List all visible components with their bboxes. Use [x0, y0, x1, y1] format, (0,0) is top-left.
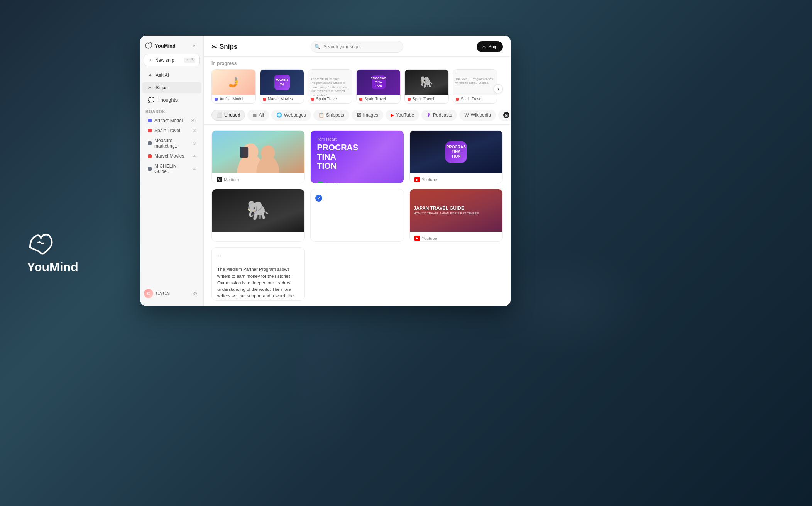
spain-travel-count: 3 [193, 128, 196, 133]
sidebar-snips-label: Snips [156, 85, 167, 90]
filter-tab-images[interactable]: 🖼 Images [352, 110, 383, 121]
measure-marketing-count: 3 [193, 141, 196, 146]
progress-card-wwdc[interactable]: WWDC24 Marvel Movies [260, 69, 304, 104]
card-elephant-img: 🐘 [212, 189, 304, 232]
wikipedia-tab-icon: W [464, 112, 469, 118]
card-elephant[interactable]: 🐘 [211, 189, 305, 242]
progress-card-wwdc-footer: Marvel Movies [260, 95, 304, 103]
japan-title-overlay: JAPAN TRAVEL GUIDE [414, 205, 464, 211]
sidebar-board-artifact-model[interactable]: Artifact Model 39 [142, 116, 201, 125]
quote-text: The Medium Partner Program allows writer… [217, 266, 299, 301]
snippets-tab-icon: 📋 [318, 112, 324, 118]
snip-button[interactable]: ✂ Snip [477, 41, 503, 52]
medium-tab-icon: M [503, 112, 509, 118]
user-name: CaiCai [156, 291, 170, 296]
card-wwdc-img: PROCRASTINATION [410, 131, 502, 173]
sidebar-item-ask-ai[interactable]: ✦ Ask AI [142, 70, 201, 81]
card-wwdc[interactable]: PROCRASTINATION ▶ Youtube WWDC 2024 Reca… [409, 130, 503, 183]
progress-card-elephant[interactable]: 🐘 Spain Travel [404, 69, 449, 104]
all-tab-label: All [259, 112, 264, 118]
sidebar-item-thoughts[interactable]: 💭 Thoughts [142, 94, 201, 106]
sidebar: YouMind ⇤ ＋ New snip ⌥ S ✦ Ask AI ✂ Snip… [140, 36, 204, 306]
youtube-tab-icon: ▶ [391, 112, 394, 118]
new-snip-button[interactable]: ＋ New snip ⌥ S [144, 54, 200, 66]
snip-button-label: Snip [488, 44, 497, 49]
progress-card-elephant-img: 🐘 [405, 70, 448, 95]
filter-tab-medium[interactable]: M Medium [498, 110, 511, 121]
marvel-movies-label: Marvel Movies [154, 153, 184, 159]
in-progress-container: 🤳 Artifact Model WWDC24 Marvel Movies [204, 69, 511, 108]
card-medium-quote[interactable]: " The Medium Partner Program allows writ… [211, 247, 305, 301]
progress-card-medium2-board-dot [456, 98, 459, 101]
sidebar-item-snips[interactable]: ✂ Snips [142, 82, 201, 93]
snip-button-icon: ✂ [482, 44, 486, 49]
progress-card-medium2[interactable]: " The Medi... Program allows writers to … [453, 69, 497, 104]
card-procrastination[interactable]: Tom Heart PROCRASTINATION ♫ Spotify Stev… [310, 130, 404, 183]
svg-rect-5 [240, 147, 248, 158]
sidebar-board-marvel-movies[interactable]: Marvel Movies 4 [142, 151, 201, 161]
card-selfie-article[interactable]: M Medium How Did a Generation Become So … [211, 130, 305, 183]
artifact-model-label: Artifact Model [154, 118, 183, 123]
app-window: YouMind ⇤ ＋ New snip ⌥ S ✦ Ask AI ✂ Snip… [140, 36, 511, 306]
thoughts-icon: 💭 [148, 97, 154, 103]
progress-card-medium2-img: " The Medi... Program allows writers to … [453, 70, 497, 95]
snippets-tab-label: Snippets [326, 112, 344, 118]
new-snip-label: New snip [155, 58, 174, 63]
japan-sub-overlay: HOW TO TRAVEL JAPAN FOR FIRST TIMERS [414, 212, 479, 215]
progress-card-selfie-board-dot [215, 98, 218, 101]
progress-card-selfie-footer: Artifact Model [212, 95, 255, 103]
scroll-right-arrow[interactable]: › [494, 84, 503, 93]
card-japan-img: JAPAN TRAVEL GUIDE HOW TO TRAVEL JAPAN F… [410, 189, 502, 232]
card-japan-body: ▶ Youtube Japan Travel Guide - How to tr… [410, 232, 502, 242]
progress-card-bannon[interactable]: PROCRASTINATION Spain Travel [356, 69, 401, 104]
progress-card-bannon-board-dot [359, 98, 362, 101]
filter-tab-webpages[interactable]: 🌐 Webpages [271, 110, 311, 121]
webpages-tab-icon: 🌐 [276, 112, 282, 118]
filter-tab-all[interactable]: ▤ All [247, 110, 269, 121]
main-title-text: Snips [220, 43, 237, 51]
sidebar-board-spain-travel[interactable]: Spain Travel 3 [142, 126, 201, 135]
card-selfie-source: M Medium [217, 177, 300, 182]
card-ai-chat[interactable]: ↗ [310, 189, 404, 242]
card-japan-source-name: Youtube [422, 236, 437, 241]
card-japan[interactable]: JAPAN TRAVEL GUIDE HOW TO TRAVEL JAPAN F… [409, 189, 503, 242]
michelin-guide-label: MICHELIN Guide... [154, 163, 193, 174]
webpages-tab-label: Webpages [284, 112, 306, 118]
wwdc-logo: WWDC24 [274, 75, 290, 90]
youtube-source-icon-wwdc: ▶ [414, 177, 420, 182]
sidebar-collapse-button[interactable]: ⇤ [191, 42, 199, 49]
all-tab-icon: ▤ [252, 112, 257, 118]
card-procrastination-body: Tom Heart PROCRASTINATION ♫ Spotify Stev… [311, 131, 403, 183]
filter-tab-wikipedia[interactable]: W Wikipedia [459, 110, 496, 121]
progress-card-selfie[interactable]: 🤳 Artifact Model [211, 69, 256, 104]
sidebar-header: YouMind ⇤ [140, 40, 203, 53]
app-logo-area: YouMind [27, 232, 78, 274]
search-input[interactable] [311, 41, 403, 53]
youtube-tab-label: YouTube [396, 112, 414, 118]
progress-card-bannon-board: Spain Travel [364, 97, 386, 101]
progress-card-medium1-board: Spain Travel [316, 97, 338, 101]
filter-tab-unused[interactable]: ⬜ Unused [211, 110, 245, 121]
card-wwdc-source: ▶ Youtube [414, 177, 498, 182]
unused-tab-icon: ⬜ [217, 112, 222, 118]
progress-card-medium1-img: " The Medium Partner Program allows writ… [308, 70, 352, 95]
filter-tab-snippets[interactable]: 📋 Snippets [313, 110, 349, 121]
filter-tab-youtube[interactable]: ▶ YouTube [386, 110, 419, 121]
new-snip-kbd: ⌥ S [184, 58, 195, 63]
svg-point-4 [261, 145, 275, 161]
sidebar-board-michelin-guide[interactable]: MICHELIN Guide... 4 [142, 161, 201, 176]
progress-card-medium1-board-dot [311, 98, 314, 101]
youtube-source-icon-japan: ▶ [414, 236, 420, 241]
sidebar-board-measure-marketing[interactable]: Measure marketing... 3 [142, 136, 201, 151]
measure-marketing-dot [148, 141, 152, 145]
progress-card-selfie-img: 🤳 [212, 70, 255, 95]
user-avatar: C [144, 289, 153, 298]
plus-icon: ＋ [148, 57, 153, 63]
filter-tab-podcasts[interactable]: 🎙 Podcasts [421, 110, 457, 121]
card-selfie-img [212, 131, 304, 173]
ai-chat-source-row: ↗ [315, 195, 399, 202]
settings-button[interactable]: ⚙ [191, 289, 200, 298]
michelin-guide-count: 4 [193, 166, 196, 171]
card-wwdc-source-name: Youtube [422, 177, 437, 182]
progress-card-medium1[interactable]: " The Medium Partner Program allows writ… [308, 69, 352, 104]
